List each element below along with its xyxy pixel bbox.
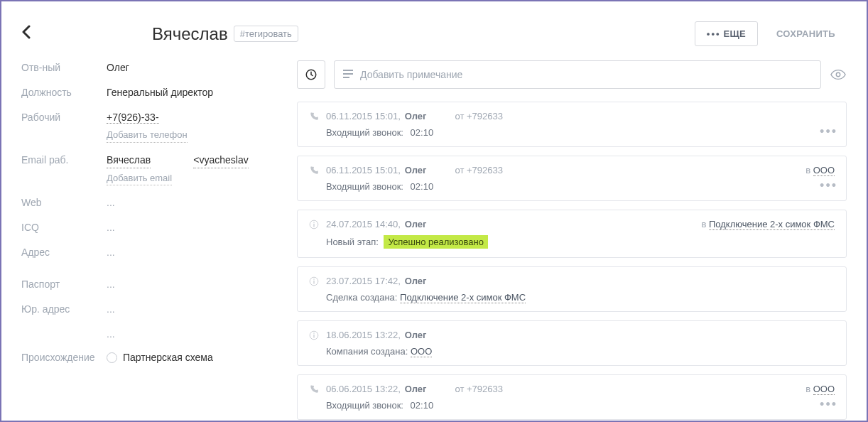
work-phone-value[interactable]: +7(926)-33- (107, 110, 188, 125)
card-body-label: Входящий звонок: (326, 400, 403, 411)
legal-address-label: Юр. адрес (21, 302, 107, 317)
note-input-wrap[interactable] (334, 60, 821, 89)
card-body-link[interactable]: Подключение 2-х симок ФМС (400, 292, 526, 303)
history-button[interactable] (297, 60, 325, 89)
phone-icon (309, 166, 322, 175)
clock-icon (305, 68, 318, 81)
card-owner: Олег (405, 111, 427, 121)
card-detail-link[interactable]: в ООО (805, 384, 835, 394)
card-menu-button[interactable]: ••• (820, 178, 837, 193)
card-body: Новый этап: Успешно реализовано (309, 235, 835, 249)
svg-point-9 (313, 332, 315, 334)
feed-card: 18.06.2015 13:22,ОлегКомпания создана: О… (297, 320, 847, 366)
card-menu-button[interactable]: ••• (820, 124, 837, 139)
position-label: Должность (21, 85, 107, 100)
tag-button[interactable]: #тегировать (234, 26, 298, 42)
card-owner: Олег (405, 219, 427, 229)
card-body-label: Входящий звонок: (326, 127, 403, 138)
card-body-label: Новый этап: (326, 237, 379, 247)
note-input[interactable] (360, 69, 812, 80)
card-body: Входящий звонок: 02:10 (309, 181, 835, 192)
card-detail-link[interactable]: в ООО (805, 165, 835, 175)
card-from: от +792633 (455, 384, 503, 394)
card-owner: Олег (405, 276, 427, 286)
card-body: Входящий звонок: 02:10 (309, 127, 835, 138)
feed-card: 06.11.2015 15:01,Олегот +792633Входящий … (297, 102, 847, 147)
eye-icon (830, 69, 846, 80)
call-duration: 02:10 (411, 181, 434, 192)
icq-label: ICQ (21, 220, 107, 235)
card-body-label: Сделка создана: (326, 292, 397, 303)
stage-pill: Успешно реализовано (384, 235, 488, 249)
card-body-label: Входящий звонок: (326, 181, 403, 192)
address-value[interactable]: ... (107, 245, 115, 260)
email-label: Email раб. (21, 153, 107, 186)
call-duration: 02:10 (411, 400, 434, 411)
note-icon (343, 69, 353, 80)
responsible-label: Отв-ный (21, 60, 107, 75)
email-value[interactable]: Вячеслав <vyacheslav (107, 153, 249, 168)
svg-point-1 (836, 72, 840, 77)
svg-rect-7 (313, 280, 314, 283)
feed-card: 24.07.2015 14:40,Олегв Подключение 2-х с… (297, 210, 847, 258)
feed-card: 23.07.2015 17:42,ОлегСделка создана: Под… (297, 266, 847, 312)
add-phone-link[interactable]: Добавить телефон (107, 128, 188, 143)
card-owner: Олег (405, 165, 427, 175)
origin-value: Партнерская схема (123, 352, 213, 363)
legal-address-value[interactable]: ... (107, 302, 115, 317)
info-icon (309, 330, 322, 340)
extra-label (21, 327, 107, 342)
activity-feed: 06.11.2015 15:01,Олегот +792633Входящий … (297, 102, 847, 420)
svg-point-6 (313, 278, 315, 280)
svg-rect-10 (313, 334, 314, 337)
responsible-value[interactable]: Олег (107, 60, 129, 75)
card-body-link[interactable]: ООО (411, 346, 432, 357)
origin-label: Происхождение (21, 352, 107, 363)
passport-label: Паспорт (21, 277, 107, 292)
card-detail-link[interactable]: в Подключение 2-х симок ФМС (701, 219, 835, 229)
call-duration: 02:10 (411, 127, 434, 138)
card-from: от +792633 (455, 165, 503, 175)
dots-icon: ••• (707, 28, 721, 39)
svg-rect-4 (313, 223, 314, 227)
card-owner: Олег (405, 330, 427, 340)
svg-point-3 (313, 222, 315, 223)
card-owner: Олег (405, 384, 427, 394)
web-value[interactable]: ... (107, 195, 115, 210)
save-button[interactable]: СОХРАНИТЬ (765, 21, 847, 46)
visibility-button[interactable] (830, 60, 847, 89)
back-button[interactable] (21, 25, 31, 43)
info-icon (309, 220, 322, 229)
card-timestamp: 18.06.2015 13:22, (326, 330, 401, 340)
card-body: Входящий звонок: 02:10 (309, 400, 835, 411)
position-value[interactable]: Генеральный директор (107, 85, 213, 100)
address-label: Адрес (21, 245, 107, 260)
phone-icon (309, 112, 322, 121)
origin-radio[interactable] (107, 352, 117, 363)
passport-value[interactable]: ... (107, 277, 115, 292)
more-button[interactable]: •••ЕЩЕ (695, 21, 758, 46)
card-from: от +792633 (455, 111, 503, 121)
card-timestamp: 06.11.2015 15:01, (326, 165, 401, 175)
card-timestamp: 06.06.2015 13:22, (326, 384, 401, 394)
feed-card: 06.11.2015 15:01,Олегот +792633в ООО Вхо… (297, 156, 847, 201)
card-body: Компания создана: ООО (309, 346, 835, 357)
extra-value[interactable]: ... (107, 327, 115, 342)
info-icon (309, 276, 322, 286)
card-menu-button[interactable]: ••• (820, 397, 837, 412)
details-panel: Отв-ный Олег Должность Генеральный дирек… (21, 60, 277, 420)
card-timestamp: 06.11.2015 15:01, (326, 111, 401, 121)
phone-icon (309, 384, 322, 394)
card-timestamp: 24.07.2015 14:40, (326, 219, 401, 229)
contact-title: Вячеслав (152, 24, 228, 44)
card-timestamp: 23.07.2015 17:42, (326, 276, 401, 286)
icq-value[interactable]: ... (107, 220, 115, 235)
card-body-label: Компания создана: (326, 346, 408, 357)
card-body: Сделка создана: Подключение 2-х симок ФМ… (309, 292, 835, 303)
web-label: Web (21, 195, 107, 210)
feed-card: 06.06.2015 13:22,Олегот +792633в ООО Вхо… (297, 374, 847, 420)
work-phone-label: Рабочий (21, 110, 107, 143)
add-email-link[interactable]: Добавить email (107, 171, 172, 186)
